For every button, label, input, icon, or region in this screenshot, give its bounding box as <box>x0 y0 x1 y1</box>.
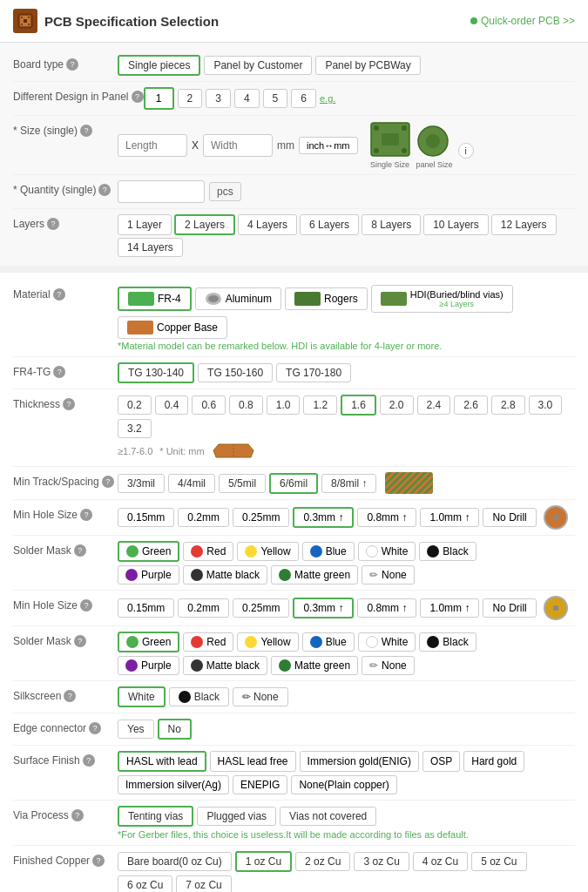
min-track-help[interactable]: ? <box>102 476 114 488</box>
sm1-white[interactable]: White <box>358 542 416 561</box>
sm1-purple[interactable]: Purple <box>118 565 179 585</box>
size-info-icon[interactable]: i <box>458 143 474 159</box>
copper-4oz[interactable]: 4 oz Cu <box>413 852 468 871</box>
sm2-matte-black[interactable]: Matte black <box>183 656 267 675</box>
copper-2oz[interactable]: 2 oz Cu <box>295 852 350 871</box>
hole1-no-drill[interactable]: No Drill <box>483 508 536 527</box>
thickness-0.8[interactable]: 0.8 <box>229 395 263 415</box>
track-6-6[interactable]: 6/6mil <box>269 473 318 494</box>
hole2-0.15[interactable]: 0.15mm <box>118 598 174 618</box>
thickness-3.0[interactable]: 3.0 <box>529 395 563 415</box>
hole2-0.2[interactable]: 0.2mm <box>178 598 229 618</box>
sm2-black[interactable]: Black <box>419 632 476 652</box>
material-rogers[interactable]: Rogers <box>285 287 368 310</box>
different-design-5[interactable]: 5 <box>263 89 288 108</box>
hole2-0.8[interactable]: 0.8mm ↑ <box>357 598 416 618</box>
solder-mask-1-help[interactable]: ? <box>74 544 86 557</box>
copper-3oz[interactable]: 3 oz Cu <box>354 852 409 871</box>
track-5-5[interactable]: 5/5mil <box>219 474 266 493</box>
sm1-yellow[interactable]: Yellow <box>237 542 298 561</box>
different-design-3[interactable]: 3 <box>206 89 231 108</box>
material-help[interactable]: ? <box>53 288 65 301</box>
material-fr4[interactable]: FR-4 <box>118 287 192 311</box>
thickness-0.4[interactable]: 0.4 <box>155 395 189 415</box>
edge-yes[interactable]: Yes <box>118 720 154 739</box>
layers-14[interactable]: 14 Layers <box>118 238 183 257</box>
sf-hasl-lead[interactable]: HASL with lead <box>118 751 206 772</box>
sm2-blue[interactable]: Blue <box>302 632 355 652</box>
track-8-8[interactable]: 8/8mil ↑ <box>321 474 376 493</box>
finished-copper-help[interactable]: ? <box>92 855 105 867</box>
fr4tg-help[interactable]: ? <box>53 366 65 378</box>
thickness-2.8[interactable]: 2.8 <box>491 395 525 415</box>
layers-10[interactable]: 10 Layers <box>423 214 489 235</box>
sm2-green[interactable]: Green <box>118 632 179 652</box>
thickness-3.2[interactable]: 3.2 <box>118 419 152 438</box>
silk-white[interactable]: White <box>118 686 166 707</box>
copper-5oz[interactable]: 5 oz Cu <box>471 852 526 871</box>
via-process-help[interactable]: ? <box>71 809 84 821</box>
material-hdi[interactable]: HDI(Buried/blind vias) ≥4 Layers <box>371 285 513 313</box>
hole2-1.0[interactable]: 1.0mm ↑ <box>420 598 479 618</box>
sf-hard-gold[interactable]: Hard gold <box>463 751 524 772</box>
different-design-help[interactable]: ? <box>132 91 144 103</box>
size-width-input[interactable] <box>203 134 273 157</box>
sm1-black[interactable]: Black <box>419 542 476 561</box>
quantity-input[interactable] <box>118 180 205 203</box>
sm2-red[interactable]: Red <box>183 632 233 652</box>
sf-enig[interactable]: Immersion gold(ENIG) <box>300 751 419 772</box>
hole2-0.3[interactable]: 0.3mm ↑ <box>293 598 354 618</box>
hole1-0.15[interactable]: 0.15mm <box>118 508 174 527</box>
material-aluminum[interactable]: Aluminum <box>195 287 281 310</box>
layers-2[interactable]: 2 Layers <box>174 214 235 235</box>
layers-6[interactable]: 6 Layers <box>300 214 359 235</box>
hole2-0.25[interactable]: 0.25mm <box>233 598 289 618</box>
sm1-matte-black[interactable]: Matte black <box>183 565 267 585</box>
material-copper-base[interactable]: Copper Base <box>118 316 227 339</box>
different-design-1[interactable] <box>144 87 174 110</box>
sm1-matte-green[interactable]: Matte green <box>271 565 358 585</box>
size-help[interactable]: ? <box>80 125 92 137</box>
sf-none-plain[interactable]: None(Plain copper) <box>291 775 396 794</box>
tg-170[interactable]: TG 170-180 <box>276 363 351 382</box>
board-type-single-pieces[interactable]: Single pieces <box>118 55 200 76</box>
hole1-0.25[interactable]: 0.25mm <box>233 508 289 527</box>
sm1-green[interactable]: Green <box>118 541 179 562</box>
silkscreen-help[interactable]: ? <box>64 690 76 702</box>
thickness-help[interactable]: ? <box>63 398 75 410</box>
layers-help[interactable]: ? <box>47 218 59 230</box>
sf-immersion-silver[interactable]: Immersion silver(Ag) <box>118 775 229 794</box>
track-4-4[interactable]: 4/4mil <box>168 474 215 493</box>
sm2-purple[interactable]: Purple <box>118 656 179 675</box>
sm2-yellow[interactable]: Yellow <box>237 632 298 652</box>
via-not-covered[interactable]: Vias not covered <box>280 807 376 826</box>
edge-no[interactable]: No <box>158 719 192 740</box>
thickness-2.4[interactable]: 2.4 <box>417 395 451 415</box>
surface-finish-help[interactable]: ? <box>83 754 95 767</box>
board-type-help[interactable]: ? <box>66 58 78 71</box>
sf-osp[interactable]: OSP <box>422 751 460 772</box>
thickness-1.0[interactable]: 1.0 <box>267 395 301 415</box>
tg-130[interactable]: TG 130-140 <box>118 362 194 383</box>
hole1-1.0[interactable]: 1.0mm ↑ <box>420 508 479 527</box>
different-design-2[interactable]: 2 <box>178 89 203 108</box>
layers-12[interactable]: 12 Layers <box>491 214 557 235</box>
size-length-input[interactable] <box>118 134 187 157</box>
track-3-3[interactable]: 3/3mil <box>118 474 165 493</box>
hole1-0.2[interactable]: 0.2mm <box>178 508 229 527</box>
thickness-1.2[interactable]: 1.2 <box>303 395 337 415</box>
layers-1[interactable]: 1 Layer <box>118 214 172 235</box>
sm1-none[interactable]: ✏ None <box>362 565 415 585</box>
different-design-6[interactable]: 6 <box>291 89 316 108</box>
board-type-panel-customer[interactable]: Panel by Customer <box>204 56 312 75</box>
edge-connector-help[interactable]: ? <box>89 722 101 734</box>
size-inch-mm-btn[interactable]: inch↔mm <box>299 137 358 154</box>
sm1-red[interactable]: Red <box>183 542 233 561</box>
quantity-help[interactable]: ? <box>98 184 111 196</box>
copper-1oz[interactable]: 1 oz Cu <box>235 851 292 872</box>
thickness-2.0[interactable]: 2.0 <box>380 395 414 415</box>
hole2-no-drill[interactable]: No Drill <box>483 598 536 618</box>
thickness-0.2[interactable]: 0.2 <box>118 395 152 415</box>
thickness-2.6[interactable]: 2.6 <box>454 395 488 415</box>
sm2-matte-green[interactable]: Matte green <box>271 656 358 675</box>
